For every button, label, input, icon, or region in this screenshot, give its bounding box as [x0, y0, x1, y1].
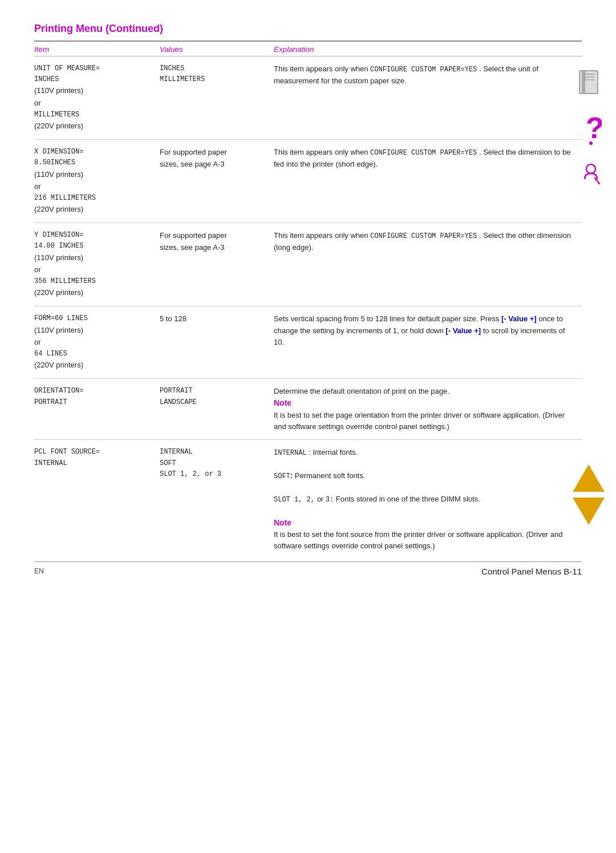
page-container: Printing Menu (Continued) Item Values Ex…	[0, 0, 616, 593]
person-icon	[580, 163, 602, 196]
footer: EN Control Panel Menus B-11	[34, 561, 582, 576]
item-cell: PCL FONT SOURCE= INTERNAL	[34, 447, 160, 468]
question-icon: ?	[580, 113, 602, 146]
col-header-values: Values	[160, 45, 274, 54]
item-cell: FORM=60 LINES (110V printers) or 64 LINE…	[34, 313, 160, 371]
values-cell: For supported papersizes, see page A-3	[160, 147, 274, 171]
col-header-item: Item	[34, 45, 160, 54]
table-row: FORM=60 LINES (110V printers) or 64 LINE…	[34, 306, 582, 379]
values-cell: INCHES MILLIMETERS	[160, 63, 274, 85]
values-cell: INTERNAL SOFT SLOT 1, 2, or 3	[160, 447, 274, 480]
item-cell: Y DIMENSION= 14.00 INCHES (110V printers…	[34, 230, 160, 299]
page-title: Printing Menu (Continued)	[34, 23, 582, 35]
table-row: PCL FONT SOURCE= INTERNAL INTERNAL SOFT …	[34, 440, 582, 559]
item-cell: X DIMENSION= 8.50INCHES (110V printers) …	[34, 147, 160, 216]
table-row: X DIMENSION= 8.50INCHES (110V printers) …	[34, 140, 582, 223]
table-row: UNIT OF MEASURE= INCHES (110V printers) …	[34, 56, 582, 140]
svg-text:?: ?	[586, 113, 602, 144]
column-headers: Item Values Explanation	[34, 42, 582, 56]
svg-point-6	[589, 142, 593, 145]
footer-left: EN	[34, 567, 44, 575]
values-cell: 5 to 128	[160, 313, 274, 325]
book-icon	[577, 68, 605, 96]
col-header-explanation: Explanation	[274, 45, 582, 54]
triangle-down-icon	[573, 498, 605, 525]
item-cell: ORIENTATION= PORTRAIT	[34, 386, 160, 407]
triangle-up-icon	[573, 464, 605, 492]
explanation-cell: Determine the default orientation of pri…	[274, 386, 582, 432]
explanation-cell: This item appears only when CONFIGURE CU…	[274, 63, 582, 87]
table-body: UNIT OF MEASURE= INCHES (110V printers) …	[34, 56, 582, 559]
explanation-cell: This item appears only when CONFIGURE CU…	[274, 147, 582, 170]
values-cell: For supported papersizes, see page A-3	[160, 230, 274, 254]
table-row: Y DIMENSION= 14.00 INCHES (110V printers…	[34, 223, 582, 306]
footer-right: Control Panel Menus B-11	[481, 567, 582, 576]
svg-point-7	[586, 164, 595, 173]
explanation-cell: INTERNAL : Internal fonts. SOFT: Permane…	[274, 447, 582, 552]
values-cell: PORTRAIT LANDSCAPE	[160, 386, 274, 407]
explanation-cell: Sets vertical spacing from 5 to 128 line…	[274, 313, 582, 347]
sidebar-icons-top: ?	[577, 68, 605, 196]
table-row: ORIENTATION= PORTRAIT PORTRAIT LANDSCAPE…	[34, 379, 582, 440]
item-cell: UNIT OF MEASURE= INCHES (110V printers) …	[34, 63, 160, 132]
sidebar-icons-bottom	[573, 464, 605, 525]
explanation-cell: This item appears only when CONFIGURE CU…	[274, 230, 582, 253]
